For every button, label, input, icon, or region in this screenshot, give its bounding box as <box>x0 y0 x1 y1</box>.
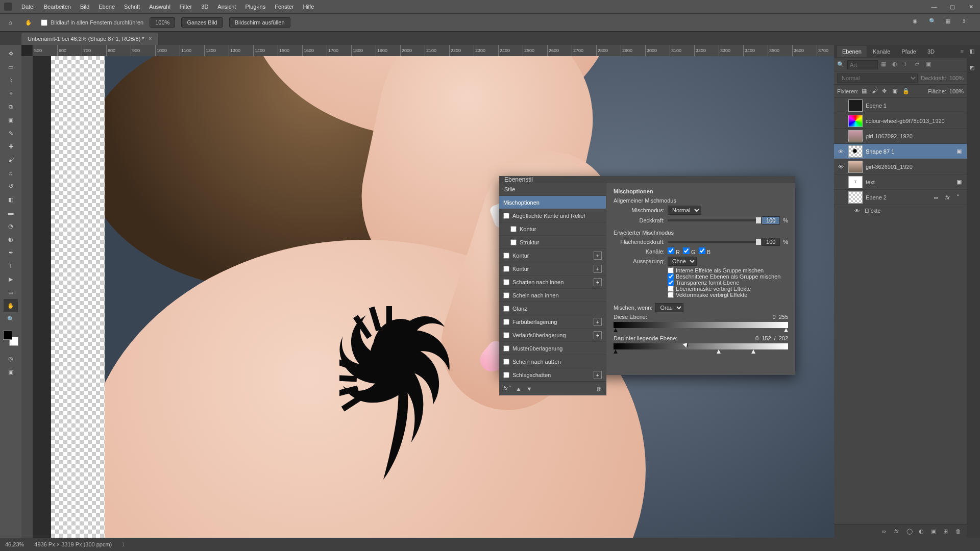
close-tab-icon[interactable]: × <box>149 35 152 42</box>
brush-tool[interactable]: 🖌 <box>4 153 18 166</box>
layer-thumb[interactable] <box>848 191 863 204</box>
style-mischoptionen[interactable]: Mischoptionen <box>499 195 606 209</box>
add-effect-icon[interactable]: + <box>594 252 602 260</box>
status-info[interactable]: 4936 Px × 3319 Px (300 ppcm) <box>34 541 112 547</box>
layer-thumb[interactable] <box>848 115 863 127</box>
layer-thumb[interactable] <box>848 99 863 112</box>
lock-position-icon[interactable]: ✥ <box>882 88 889 95</box>
move-down-icon[interactable]: ▼ <box>526 386 532 392</box>
hand-tool-icon[interactable]: ✋ <box>22 16 35 29</box>
style-bevel[interactable]: Abgeflachte Kante und Relief <box>499 209 606 222</box>
adjustment-icon[interactable]: ◐ <box>919 528 926 535</box>
adv-check-3[interactable] <box>668 286 674 292</box>
layer-row[interactable]: 👁 girl-3626901_1920 <box>834 159 967 174</box>
share-icon[interactable]: ⇪ <box>962 18 971 27</box>
layer-thumb[interactable]: ✹ <box>848 145 863 158</box>
layer-row[interactable]: girl-1867092_1920 <box>834 129 967 144</box>
color-swatches[interactable] <box>3 331 18 346</box>
menu-schrift[interactable]: Schrift <box>120 2 144 12</box>
lasso-tool[interactable]: ⌇ <box>4 73 18 87</box>
channel-r-checkbox[interactable]: R <box>668 247 680 255</box>
layer-name[interactable]: girl-3626901_1920 <box>866 164 965 170</box>
add-effect-icon[interactable]: + <box>594 318 602 326</box>
style-satin[interactable]: Glanz <box>499 302 606 315</box>
gradient-tool[interactable]: ▬ <box>4 206 18 219</box>
menu-hilfe[interactable]: Hilfe <box>299 2 318 12</box>
type-tool[interactable]: T <box>4 259 18 272</box>
fill-value[interactable]: 100% <box>949 88 964 94</box>
under-layer-ramp[interactable] <box>614 343 788 349</box>
opacity-value[interactable]: 100% <box>949 75 964 81</box>
layer-row[interactable]: Ebene 2 ∞ fx ˄ <box>834 190 967 205</box>
heal-tool[interactable]: ✚ <box>4 140 18 153</box>
style-bevel-contour[interactable]: Kontur <box>499 222 606 235</box>
menu-bild[interactable]: Bild <box>76 2 93 12</box>
lock-paint-icon[interactable]: 🖌 <box>872 88 879 95</box>
lock-pixels-icon[interactable]: ▦ <box>862 88 869 95</box>
filter-adjust-icon[interactable]: ◐ <box>892 61 900 69</box>
stamp-tool[interactable]: ⎌ <box>4 166 18 180</box>
cloud-icon[interactable]: ◉ <box>913 18 922 27</box>
layer-name[interactable]: girl-1867092_1920 <box>866 133 965 139</box>
menu-ansicht[interactable]: Ansicht <box>213 2 240 12</box>
style-inner-glow[interactable]: Schein nach innen <box>499 288 606 302</box>
menu-plugins[interactable]: Plug-ins <box>241 2 270 12</box>
layer-name[interactable]: text <box>866 179 953 185</box>
menu-3d[interactable]: 3D <box>197 2 212 12</box>
blend-mode-select[interactable]: Normal <box>837 73 918 83</box>
dodge-tool[interactable]: ◐ <box>4 233 18 246</box>
marquee-tool[interactable]: ▭ <box>4 60 18 73</box>
zoom-100-button[interactable]: 100% <box>150 17 175 28</box>
filter-shape-icon[interactable]: ▱ <box>915 61 923 69</box>
delete-layer-icon[interactable]: 🗑 <box>955 528 963 535</box>
home-icon[interactable]: ⌂ <box>4 16 16 29</box>
fx-icon[interactable]: fx <box>894 528 901 535</box>
style-bevel-texture[interactable]: Struktur <box>499 235 606 248</box>
filter-type-icon[interactable]: T <box>903 61 912 69</box>
opacity-slider[interactable] <box>668 219 758 221</box>
tab-3d[interactable]: 3D <box>922 46 940 57</box>
ruler-vertical[interactable] <box>21 56 33 538</box>
group-icon[interactable]: ▣ <box>931 528 938 535</box>
hand-tool[interactable]: ✋ <box>4 299 18 312</box>
eraser-tool[interactable]: ◧ <box>4 193 18 206</box>
layer-thumb[interactable] <box>848 161 863 173</box>
move-tool[interactable]: ✥ <box>4 47 18 60</box>
screenmode-tool[interactable]: ▣ <box>4 365 18 379</box>
layer-name[interactable]: Ebene 2 <box>866 194 931 201</box>
menu-filter[interactable]: Filter <box>176 2 196 12</box>
style-gradient-overlay[interactable]: Verlaufsüberlagerung+ <box>499 328 606 341</box>
channel-b-checkbox[interactable]: B <box>699 247 710 255</box>
fit-all-button[interactable]: Ganzes Bild <box>181 17 223 28</box>
visibility-toggle[interactable]: 👁 <box>836 148 845 155</box>
status-zoom[interactable]: 46,23% <box>5 541 24 547</box>
opacity-input[interactable] <box>762 216 780 224</box>
tab-ebenen[interactable]: Ebenen <box>837 46 867 57</box>
adv-check-4[interactable] <box>668 292 674 298</box>
layer-row[interactable]: Ebene 1 <box>834 98 967 113</box>
quickmask-tool[interactable]: ◎ <box>4 352 18 365</box>
close-button[interactable]: ✕ <box>962 0 980 13</box>
fx-badge[interactable]: fx <box>945 194 953 201</box>
path-select-tool[interactable]: ▶ <box>4 272 18 286</box>
visibility-toggle[interactable]: 👁 <box>852 208 862 214</box>
blendif-select[interactable]: Grau <box>655 303 683 312</box>
search-icon[interactable]: 🔍 <box>929 18 938 27</box>
blur-tool[interactable]: ◔ <box>4 219 18 233</box>
menu-fenster[interactable]: Fenster <box>271 2 298 12</box>
dialog-titlebar[interactable]: Ebenenstil <box>499 176 795 183</box>
maximize-button[interactable]: ▢ <box>943 0 962 13</box>
visibility-toggle[interactable]: 👁 <box>836 164 845 170</box>
style-color-overlay[interactable]: Farbüberlagerung+ <box>499 315 606 328</box>
history-brush-tool[interactable]: ↺ <box>4 180 18 193</box>
delete-style-icon[interactable]: 🗑 <box>596 386 602 392</box>
fx-menu-icon[interactable]: fx˅ <box>503 385 511 392</box>
adv-check-0[interactable] <box>668 267 674 273</box>
panel-menu-icon[interactable]: ≡ <box>961 48 964 55</box>
style-inner-shadow[interactable]: Schatten nach innen+ <box>499 275 606 288</box>
knockout-select[interactable]: Ohne <box>668 257 697 266</box>
wand-tool[interactable]: ✧ <box>4 87 18 100</box>
tab-kanaele[interactable]: Kanäle <box>868 46 895 57</box>
layer-row[interactable]: 👁 ✹ Shape 87 1 ▣ <box>834 144 967 159</box>
channel-g-checkbox[interactable]: G <box>683 247 696 255</box>
